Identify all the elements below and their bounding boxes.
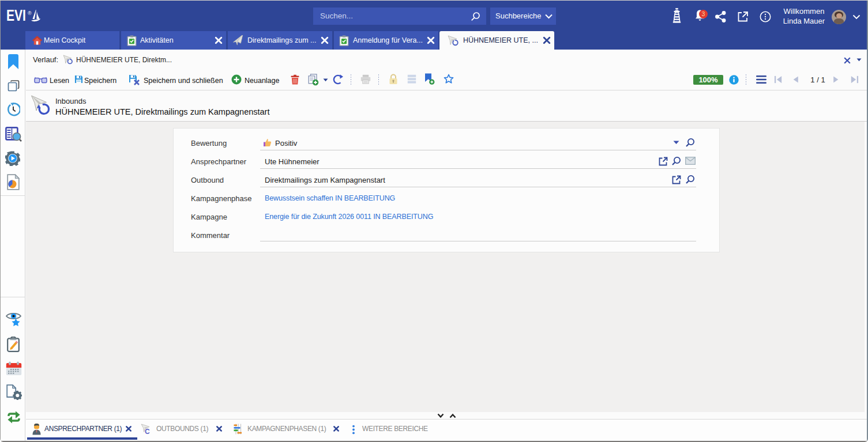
- svg-text:C: C: [145, 428, 150, 435]
